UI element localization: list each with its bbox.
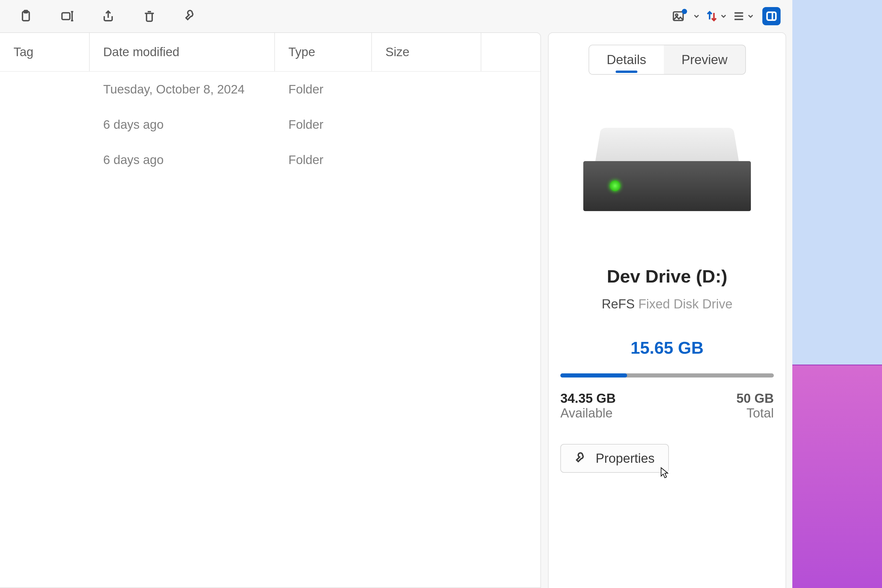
svg-rect-2 [62, 13, 70, 20]
paste-icon[interactable] [18, 8, 34, 24]
table-row[interactable]: Tuesday, October 8, 2024Folder [0, 72, 540, 107]
details-panel-toggle[interactable] [762, 7, 781, 25]
table-row[interactable]: 6 days agoFolder [0, 142, 540, 178]
column-type[interactable]: Type [275, 33, 372, 71]
rename-icon[interactable] [59, 8, 75, 24]
drive-name: Dev Drive (D:) [607, 266, 728, 286]
table-row[interactable]: 6 days agoFolder [0, 107, 540, 142]
column-headers: Tag Date modified Type Size [0, 33, 540, 71]
properties-button[interactable]: Properties [560, 444, 669, 473]
drive-used: 15.65 GB [631, 338, 704, 357]
cursor-icon [660, 467, 669, 478]
tab-details[interactable]: Details [589, 45, 664, 74]
layout-dropdown[interactable] [732, 10, 755, 22]
file-list: Tag Date modified Type Size Tuesday, Oct… [0, 32, 541, 588]
desktop-wallpaper [792, 0, 882, 588]
column-size[interactable]: Size [372, 33, 481, 71]
column-tag[interactable]: Tag [0, 33, 90, 71]
wrench-icon[interactable] [182, 8, 199, 24]
column-date[interactable]: Date modified [90, 33, 275, 71]
details-panel: Details Preview Dev Drive (D:) ReFS Fixe… [548, 32, 786, 588]
tab-preview[interactable]: Preview [664, 45, 745, 74]
toolbar [0, 0, 792, 32]
details-preview-segmented: Details Preview [589, 45, 746, 75]
picture-dropdown[interactable] [672, 10, 700, 22]
delete-icon[interactable] [141, 8, 158, 24]
share-icon[interactable] [100, 8, 116, 24]
drive-capacity: 34.35 GB Available 50 GB Total [560, 391, 774, 420]
drive-subtitle: ReFS Fixed Disk Drive [602, 297, 733, 311]
svg-rect-11 [767, 12, 776, 20]
sort-dropdown[interactable] [705, 10, 728, 22]
drive-icon [583, 122, 751, 210]
drive-usage-bar [560, 374, 774, 378]
